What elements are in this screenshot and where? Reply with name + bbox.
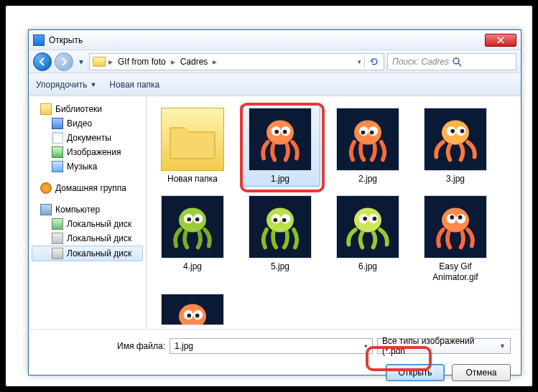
svg-point-14 bbox=[450, 129, 455, 134]
filter-text: Все типы изображений (*.pdn bbox=[382, 336, 499, 356]
chevron-down-icon: ▼ bbox=[90, 81, 96, 88]
file-thumb bbox=[424, 108, 487, 171]
library-icon bbox=[40, 103, 52, 115]
sidebar-item-documents[interactable]: Документы bbox=[32, 131, 143, 145]
sidebar-item-libraries[interactable]: Библиотеки bbox=[32, 102, 143, 116]
folder-thumb-icon bbox=[161, 108, 224, 171]
sidebar-item-disk-1[interactable]: Локальный диск bbox=[32, 217, 143, 231]
music-icon bbox=[52, 161, 63, 172]
svg-point-40 bbox=[195, 314, 200, 318]
folder-item[interactable]: Новая папка bbox=[152, 105, 233, 187]
footer: Имя файла: 1.jpg ▾ Все типы изображений … bbox=[29, 329, 521, 391]
open-dialog: Открыть ▾ ▸ GIf from foto ▸ Cadres ▸ ▾ bbox=[28, 29, 521, 375]
svg-point-35 bbox=[458, 215, 463, 220]
back-button[interactable] bbox=[33, 52, 52, 71]
svg-point-24 bbox=[274, 218, 278, 223]
address-bar[interactable]: ▸ GIf from foto ▸ Cadres ▸ ▾ bbox=[89, 53, 384, 70]
search-input[interactable]: Поиск: Cadres bbox=[387, 53, 516, 70]
file-item-7[interactable]: Easy Gif Animator.gif bbox=[415, 192, 496, 285]
svg-point-20 bbox=[195, 218, 200, 222]
file-label: 6.jpg bbox=[358, 261, 377, 271]
file-item-4[interactable]: 4.jpg bbox=[152, 192, 233, 285]
file-item-2[interactable]: 2.jpg bbox=[328, 105, 408, 187]
disk-icon bbox=[52, 248, 63, 259]
app-icon bbox=[33, 34, 45, 46]
navbar: ▾ ▸ GIf from foto ▸ Cadres ▸ ▾ Поиск: Ca… bbox=[29, 50, 521, 73]
organize-button[interactable]: Упорядочить ▼ bbox=[36, 80, 96, 90]
svg-point-10 bbox=[370, 131, 374, 135]
cancel-button[interactable]: Отмена bbox=[452, 364, 511, 381]
refresh-button[interactable] bbox=[368, 55, 381, 68]
new-folder-button[interactable]: Новая папка bbox=[109, 80, 159, 90]
file-label: 5.jpg bbox=[271, 261, 289, 271]
file-thumb bbox=[249, 108, 312, 171]
filetype-filter[interactable]: Все типы изображений (*.pdn ▼ bbox=[377, 338, 511, 354]
chevron-down-icon: ▼ bbox=[499, 342, 506, 350]
sidebar-item-disk-2[interactable]: Локальный диск bbox=[32, 231, 143, 246]
file-item-partial[interactable] bbox=[152, 291, 233, 328]
close-icon bbox=[497, 37, 504, 44]
sidebar-item-music[interactable]: Музыка bbox=[32, 159, 143, 174]
svg-point-30 bbox=[373, 217, 377, 221]
svg-point-0 bbox=[453, 58, 459, 64]
filename-value: 1.jpg bbox=[175, 341, 193, 351]
refresh-icon bbox=[369, 57, 379, 67]
file-thumb bbox=[424, 195, 487, 258]
file-item-6[interactable]: 6.jpg bbox=[328, 192, 408, 285]
arrow-right-icon bbox=[60, 57, 68, 66]
video-icon bbox=[52, 118, 63, 129]
open-button[interactable]: Открыть bbox=[386, 364, 445, 381]
file-label: 1.jpg bbox=[271, 174, 289, 184]
file-label: Новая папка bbox=[167, 174, 218, 184]
file-pane[interactable]: Новая папка 1.jpg 2.jpg bbox=[147, 96, 521, 329]
svg-point-29 bbox=[363, 217, 367, 221]
breadcrumb-seg-2[interactable]: Cadres bbox=[178, 55, 210, 68]
svg-point-19 bbox=[187, 218, 191, 222]
file-thumb bbox=[336, 108, 399, 171]
filename-input[interactable]: 1.jpg ▾ bbox=[170, 338, 373, 354]
image-icon bbox=[52, 146, 63, 158]
filename-label: Имя файла: bbox=[39, 341, 165, 351]
toolbar: Упорядочить ▼ Новая папка bbox=[29, 73, 521, 96]
file-thumb bbox=[336, 195, 399, 258]
file-label: Easy Gif Animator.gif bbox=[418, 261, 493, 282]
sidebar: Библиотеки Видео Документы Изображения М… bbox=[29, 96, 147, 329]
search-icon bbox=[452, 57, 462, 67]
sidebar-item-homegroup[interactable]: Домашняя группа bbox=[32, 181, 143, 195]
folder-icon bbox=[93, 57, 106, 67]
sidebar-item-video[interactable]: Видео bbox=[32, 116, 143, 131]
disk-icon bbox=[52, 233, 63, 244]
breadcrumb-seg-1[interactable]: GIf from foto bbox=[116, 55, 168, 68]
disk-icon bbox=[52, 218, 63, 230]
sidebar-item-computer[interactable]: Компьютер bbox=[32, 202, 143, 217]
svg-point-9 bbox=[361, 131, 366, 135]
file-item-3[interactable]: 3.jpg bbox=[415, 105, 496, 187]
address-dropdown[interactable]: ▾ bbox=[358, 58, 361, 65]
sidebar-item-disk-3[interactable]: Локальный диск bbox=[32, 246, 143, 261]
sidebar-item-images[interactable]: Изображения bbox=[32, 145, 143, 159]
chevron-right-icon: ▸ bbox=[108, 57, 113, 67]
svg-point-5 bbox=[283, 130, 287, 134]
computer-icon bbox=[40, 204, 52, 215]
document-icon bbox=[52, 132, 63, 144]
file-item-1[interactable]: 1.jpg bbox=[240, 105, 320, 187]
svg-point-4 bbox=[274, 130, 279, 134]
svg-point-34 bbox=[450, 215, 454, 220]
svg-point-25 bbox=[282, 218, 287, 223]
forward-button[interactable] bbox=[55, 52, 73, 71]
nav-history-dropdown[interactable]: ▾ bbox=[76, 55, 86, 69]
chevron-right-icon: ▸ bbox=[171, 57, 175, 67]
chevron-down-icon: ▾ bbox=[364, 342, 368, 350]
file-item-5[interactable]: 5.jpg bbox=[240, 192, 320, 285]
window-title: Открыть bbox=[49, 35, 485, 45]
body-area: Библиотеки Видео Документы Изображения М… bbox=[29, 96, 521, 329]
close-button[interactable] bbox=[485, 34, 516, 47]
svg-point-15 bbox=[460, 129, 465, 134]
file-thumb bbox=[249, 195, 312, 258]
arrow-left-icon bbox=[38, 57, 47, 66]
file-label: 2.jpg bbox=[358, 174, 377, 184]
file-label: 4.jpg bbox=[183, 261, 202, 271]
homegroup-icon bbox=[40, 182, 52, 194]
outer-frame: Открыть ▾ ▸ GIf from foto ▸ Cadres ▸ ▾ bbox=[5, 5, 533, 387]
file-thumb bbox=[161, 294, 224, 325]
